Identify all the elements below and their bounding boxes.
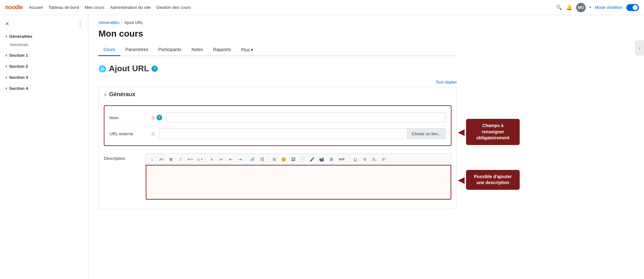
content-inner: Généralités / Ajout URL Mon cours Cours … (88, 15, 467, 224)
toolbar-h5p-btn[interactable]: H₅P (336, 155, 347, 163)
avatar[interactable]: MG (576, 3, 586, 12)
content-area: Généralités / Ajout URL Mon cours Cours … (88, 15, 644, 279)
toolbar-sep-2 (246, 156, 246, 163)
tab-parametres[interactable]: Paramètres (120, 44, 153, 56)
tab-cours[interactable]: Cours (98, 44, 120, 56)
nom-error-icon: ⚠ (151, 115, 155, 120)
nav-links: Accueil Tableau de bord Mes cours Admini… (29, 5, 191, 10)
nav-administration[interactable]: Administration du site (110, 5, 151, 10)
nom-label: Nom (109, 115, 147, 120)
nav-tableau-de-bord[interactable]: Tableau de bord (49, 5, 79, 10)
sidebar-section-generalites-title[interactable]: ∨ Généralités (0, 32, 88, 41)
nom-help-icon[interactable]: ? (157, 115, 162, 120)
chevron-down-icon: ∨ (5, 65, 7, 68)
edit-mode-toggle[interactable] (626, 4, 639, 11)
collapse-sidebar-button[interactable]: ‹ (635, 40, 644, 55)
toolbar-image-btn[interactable]: 🖼 (289, 155, 298, 163)
toolbar-file-btn[interactable]: 📄 (298, 155, 307, 163)
sidebar-section-2: ∨ Section 2 (0, 61, 88, 72)
toolbar-media-btn[interactable]: ⊞ (270, 155, 279, 163)
toolbar-color-btn[interactable]: ✏ (186, 155, 194, 163)
breadcrumb-parent[interactable]: Généralités (98, 20, 119, 25)
sidebar-section-3-title[interactable]: ∨ Section 3 (0, 73, 88, 82)
chevron-down-icon: ∨ (5, 54, 7, 57)
toolbar-indent-btn[interactable]: ⇤ (226, 155, 235, 163)
tab-notes[interactable]: Notes (186, 44, 208, 56)
nav-accueil[interactable]: Accueil (29, 5, 43, 10)
sidebar-section-1-title[interactable]: ∨ Section 1 (0, 51, 88, 60)
toolbar-unlink-btn[interactable]: ⛓ (257, 155, 266, 163)
avatar-chevron-icon[interactable]: ▾ (589, 5, 591, 9)
edit-mode-label: Mode d'édition (595, 5, 623, 10)
toolbar-emoji-btn[interactable]: 😊 (279, 155, 288, 163)
tabs-bar: Cours Paramètres Participants Notes Rapp… (98, 44, 457, 56)
toolbar-bold-btn[interactable]: B (167, 155, 175, 163)
toolbar-sep-4 (349, 156, 349, 163)
sidebar-item-label: Section 1 (9, 53, 28, 58)
sidebar-top: ✕ ⋮ (0, 18, 88, 31)
callout-description-wrapper: ◀ Possible d'ajouter une description (458, 170, 520, 190)
url-row: URL externe ⚠ Choisir un lien... (109, 125, 446, 142)
sidebar-section-3: ∨ Section 3 (0, 72, 88, 83)
sidebar-section-2-title[interactable]: ∨ Section 2 (0, 62, 88, 71)
form-title: Ajout URL (109, 64, 149, 73)
chevron-down-icon: ∨ (5, 87, 7, 90)
sidebar-item-annonces[interactable]: Annonces (0, 41, 88, 49)
toolbar-sub-btn[interactable]: X₁ (370, 155, 379, 163)
logo: noodle (5, 4, 23, 11)
form-header: 🌐 Ajout URL ? (98, 64, 457, 73)
tab-participants[interactable]: Participants (153, 44, 186, 56)
breadcrumb-separator: / (121, 20, 122, 25)
toolbar-font-btn[interactable]: A (157, 155, 166, 163)
sidebar-item-label: Généralités (9, 34, 32, 39)
nom-field-icons: ⚠ ? (151, 115, 162, 120)
editor-toolbar: ↕ A B I ✏ ☺ ≡ ⊨ ⇤ ⇥ (146, 154, 451, 165)
nom-row: Nom ⚠ ? (109, 110, 446, 125)
editor-content[interactable] (146, 165, 451, 200)
page-title: Mon cours (98, 29, 457, 39)
toolbar-strike-btn[interactable]: S (360, 155, 369, 163)
nom-input[interactable] (166, 112, 446, 123)
tout-deplier-link[interactable]: Tout déplier (436, 80, 457, 84)
chevron-down-icon: ∨ (5, 76, 7, 79)
form-title-help-icon[interactable]: ? (151, 66, 158, 72)
callout-arrow-icon: ◀ (458, 127, 465, 137)
toolbar-underline-btn[interactable]: U (351, 155, 360, 163)
notification-icon[interactable]: 🔔 (566, 4, 572, 10)
sidebar-close-icon[interactable]: ✕ (5, 21, 9, 27)
callout-description: Possible d'ajouter une description (466, 170, 520, 190)
toolbar-record-btn[interactable]: 🎤 (308, 155, 316, 163)
toolbar-italic-btn[interactable]: I (176, 155, 185, 163)
sidebar-item-label: Section 3 (9, 75, 28, 80)
toolbar-screen-btn[interactable]: 🖥 (327, 155, 335, 163)
sidebar-item-label: Section 4 (9, 86, 28, 91)
search-icon[interactable]: 🔍 (556, 4, 562, 10)
sidebar-section-4-title[interactable]: ∨ Section 4 (0, 84, 88, 93)
tab-rapports[interactable]: Rapports (208, 44, 236, 56)
toolbar-expand-btn[interactable]: ↕ (148, 155, 157, 163)
section-generaux-header[interactable]: ∨ Généraux (99, 87, 457, 102)
callout-required-wrapper: ◀ Champs à renseigner obligatoirement (458, 119, 520, 145)
description-label: Description (104, 154, 142, 161)
toolbar-sup-btn[interactable]: X² (379, 155, 388, 163)
toolbar-emoji-btn2[interactable]: ☺ (195, 155, 204, 163)
toolbar-ol-btn[interactable]: ⊨ (217, 155, 226, 163)
sidebar-menu-icon[interactable]: ⋮ (77, 20, 83, 27)
breadcrumb: Généralités / Ajout URL (98, 20, 457, 25)
toolbar-outdent-btn[interactable]: ⇥ (236, 155, 245, 163)
url-error-icon: ⚠ (151, 131, 155, 136)
breadcrumb-current: Ajout URL (124, 20, 143, 25)
nav-gestion-cours[interactable]: Gestion des cours (157, 5, 191, 10)
tab-plus[interactable]: Plus ▾ (236, 44, 258, 55)
nav-mes-cours[interactable]: Mes cours (85, 5, 104, 10)
url-input[interactable] (159, 128, 407, 139)
toolbar-link-btn[interactable]: 🔗 (248, 155, 257, 163)
choose-link-button[interactable]: Choisir un lien... (407, 128, 446, 139)
tout-deplier-row: Tout déplier (98, 80, 457, 84)
generaux-section: ∨ Généraux Nom ⚠ ? (98, 87, 457, 209)
description-row: Description ↕ A B I ✏ ☺ ≡ (104, 150, 452, 204)
toolbar-video-btn[interactable]: 📹 (317, 155, 326, 163)
toolbar-ul-btn[interactable]: ≡ (207, 155, 216, 163)
toolbar-sep-3 (268, 156, 268, 163)
form-body: Nom ⚠ ? URL externe ⚠ (99, 102, 457, 209)
